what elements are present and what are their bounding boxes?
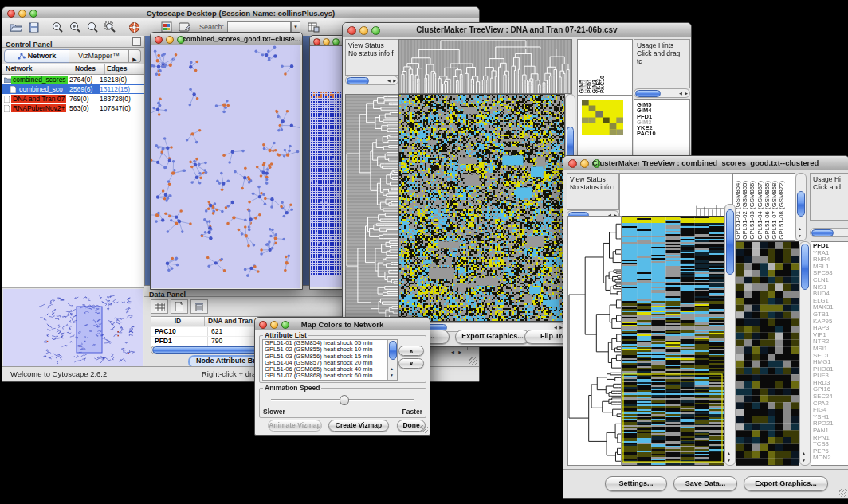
folder-icon [4, 76, 11, 83]
tv2-usage-hints-scrollbar[interactable] [810, 228, 848, 237]
tv2-resize-grip[interactable] [839, 489, 847, 497]
attribute-list-groupbox: Attribute List GPL51-01 (GSM854) heat sh… [259, 335, 426, 383]
network-row[interactable]: combined_sco2569(6)13112(15) [2, 84, 144, 94]
move-attribute-down-button[interactable]: ∨ [398, 358, 424, 369]
close-icon[interactable] [568, 159, 577, 168]
float-panel-icon[interactable] [132, 37, 141, 46]
dialog-resize-grip[interactable] [420, 425, 428, 433]
tv2-gene-labels-panel: PFD1YRA1RNR4MSL1SPC98CLN1NIS1BUD4ELG1MAK… [811, 241, 848, 466]
faster-label: Faster [402, 408, 422, 416]
network-overview-thumbnail[interactable] [3, 289, 143, 369]
zoom-selected-icon[interactable] [84, 20, 101, 35]
tv2-button-settings[interactable]: Settings... [605, 476, 667, 491]
dialog-titlebar[interactable]: Map Colors to Network [255, 318, 430, 330]
tv2-button-export-graphics[interactable]: Export Graphics... [744, 476, 828, 491]
tv1-minimap-heatmap[interactable] [582, 100, 623, 135]
tv1-view-status-scrollbar[interactable]: ◀ ▶ [345, 76, 398, 85]
dialog-button-create-vizmap[interactable]: Create Vizmap [328, 420, 389, 432]
help-lifebuoy-icon[interactable] [125, 20, 143, 35]
close-icon[interactable] [155, 36, 163, 44]
new-attribute-icon[interactable] [171, 299, 188, 314]
network-edges-count: 16218(0) [100, 76, 144, 84]
network-table-header: Network Nodes Edges [2, 64, 144, 75]
network-row[interactable]: combined_scores2764(0)16218(0) [2, 75, 144, 84]
minimize-icon[interactable] [580, 159, 589, 168]
treeview1-titlebar[interactable]: ClusterMaker TreeView : DNA and Tran 07-… [343, 23, 691, 37]
tv2-button-bar: Settings...Save Data...Export Graphics..… [563, 469, 848, 498]
tv2-heatmap[interactable] [622, 216, 724, 466]
tv1-heatmap[interactable] [398, 94, 565, 322]
tv1-row-dendrogram[interactable] [345, 94, 398, 322]
tv1-button-export-graphics[interactable]: Export Graphics... [455, 330, 530, 344]
animation-speed-slider[interactable] [271, 399, 414, 401]
scroll-right-icon: ▶ [458, 350, 462, 354]
data-panel-title: Data Panel [144, 291, 186, 299]
move-attribute-up-button[interactable]: ∧ [398, 346, 424, 356]
tab-overflow-chevron[interactable]: ▶ [129, 49, 141, 63]
treeview2-titlebar[interactable]: ClusterMaker TreeView : combined_scores_… [563, 156, 848, 170]
document-icon [4, 105, 11, 111]
main-resize-grip[interactable] [469, 357, 477, 365]
tv2-gene-scrollbar[interactable]: ▲ ▼ [799, 241, 811, 466]
minimize-icon[interactable] [166, 36, 174, 44]
slider-thumb[interactable] [340, 395, 349, 405]
tv2-zoom-heatmap[interactable] [736, 241, 799, 466]
attribute-table-icon[interactable] [151, 299, 168, 314]
row-label: PAC10 [637, 131, 689, 136]
network-row[interactable]: DNA and Tran 07769(0)183728(0) [2, 94, 144, 104]
network-view-2-canvas[interactable] [310, 45, 345, 287]
network-view-canvas[interactable] [151, 45, 300, 288]
zoom-fit-icon[interactable] [101, 20, 119, 35]
network-nodes-count: 2569(6) [69, 85, 100, 93]
chevron-right-icon: ▶ [132, 57, 136, 62]
tv1-usage-hints-scrollbar[interactable]: ◀ ▶ [634, 88, 690, 98]
tab-vizmapper[interactable]: VizMapper™ [69, 49, 129, 63]
save-icon[interactable] [25, 20, 42, 35]
tv2-view-status: View StatusNo status info t [567, 173, 619, 210]
zoom-window-icon[interactable] [332, 38, 340, 45]
column-label: GPL51-04 (GSM857) [756, 181, 764, 240]
attribute-listbox[interactable]: GPL51-01 (GSM854) heat shock 05 minGPL51… [262, 339, 398, 381]
scroll-down-icon: ▼ [798, 232, 803, 240]
dialog-title: Map Colors to Network [255, 320, 430, 329]
map-colors-dialog: Map Colors to Network Attribute List GPL… [254, 317, 430, 436]
search-label: Search: [199, 23, 224, 31]
network-nodes-count: 563(0) [69, 104, 100, 112]
data-cell-id: PFD1 [151, 337, 208, 346]
animation-speed-label: Animation Speed [263, 384, 321, 392]
treeview1-title: ClusterMaker TreeView : DNA and Tran 07-… [343, 25, 691, 34]
dialog-button-animate-vizmap[interactable]: Animate Vizmap [268, 420, 322, 432]
network-edges-count: 107847(0) [100, 104, 144, 112]
tv2-row-dendrogram[interactable] [567, 216, 622, 466]
scroll-up-icon: ▲ [727, 450, 732, 457]
tv1-column-dendrogram[interactable] [398, 39, 572, 94]
scroll-up-icon: ▲ [802, 450, 807, 457]
tab-network[interactable]: Network [4, 49, 69, 63]
open-file-icon[interactable] [7, 20, 25, 35]
tv2-column-labels-scrollbar[interactable]: ▲ ▼ [795, 173, 807, 241]
network-name: RNAPuberNov2+ [11, 104, 66, 112]
document-icon [10, 86, 18, 92]
zoom-in-icon[interactable] [66, 20, 84, 35]
column-label: GPL51-03 (GSM856) [748, 181, 756, 240]
tv2-button-save-data[interactable]: Save Data... [673, 476, 737, 491]
tv1-view-status: View StatusNo status info f [345, 39, 398, 76]
tv2-column-labels-panel: GPL51-01 (GSM854)GPL51-02 (GSM855)GPL51-… [732, 173, 795, 241]
network-view-titlebar[interactable]: combined_scores_good.txt--cluste... [151, 33, 302, 45]
data-cell-id: PAC10 [151, 327, 208, 336]
main-titlebar[interactable]: Cytoscape Desktop (Session Name: collins… [2, 7, 479, 19]
scroll-down-icon: ▼ [390, 372, 395, 379]
network-name: DNA and Tran 07 [11, 95, 66, 103]
network-tab-icon [18, 53, 26, 60]
close-icon[interactable] [313, 38, 320, 45]
delete-attribute-trash-icon[interactable] [190, 299, 208, 314]
network-name: combined_sco [18, 85, 65, 93]
import-table-icon[interactable] [305, 20, 323, 35]
attribute-list-item[interactable]: GPL51-07 (GSM868) heat shock 60 min [263, 373, 397, 379]
scroll-up-icon: ▲ [798, 225, 803, 232]
minimize-icon[interactable] [323, 38, 330, 45]
zoom-out-icon[interactable] [49, 20, 66, 35]
network-row[interactable]: RNAPuberNov2+563(0)107847(0) [2, 104, 144, 113]
tv2-heatmap-vscrollbar[interactable]: ▲ ▼ [724, 204, 736, 466]
network-nodes-count: 769(0) [69, 95, 100, 103]
